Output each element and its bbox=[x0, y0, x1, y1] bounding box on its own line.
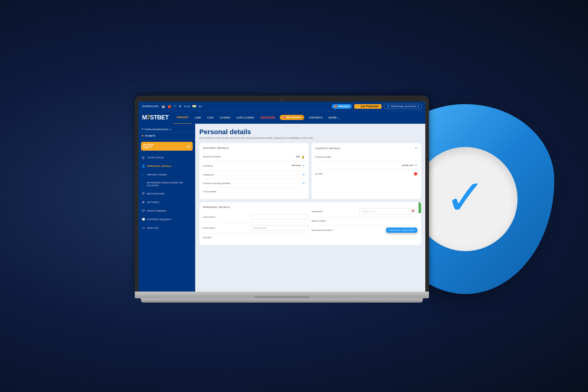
sidebar-item-settings[interactable]: ⚙ SETTINGS bbox=[138, 198, 195, 206]
nickname-label: Nickname bbox=[312, 210, 323, 213]
top-bar-right: 🎁 PROMOS 💰 0,00 ₹ DEPOSIT 👤 PERSONAL ACC… bbox=[332, 104, 421, 109]
last-name-input[interactable] bbox=[251, 214, 309, 220]
phone-label: Phone number bbox=[315, 156, 331, 158]
laptop-screen-outer: DOWNLOAD: 🤖 🍎 🛡 ⚙ 01:33 EN 🎁 PROMOS bbox=[135, 96, 429, 292]
settings-icon: ⚙ bbox=[179, 105, 181, 108]
personal-details-section: PERSONAL DETAILS Last name * bbox=[199, 202, 421, 245]
nav-esports[interactable]: ESPORTS bbox=[306, 111, 325, 124]
logo: M7STBET bbox=[142, 114, 169, 121]
star-icon: ★ bbox=[142, 134, 144, 137]
account-number-label: Account number bbox=[203, 155, 221, 158]
dob-row: Date of birth * bbox=[312, 217, 417, 225]
sidebar-item-withdraw[interactable]: ↑ WITHDRAW FUNDS FROM THE ACCOUNT bbox=[138, 179, 195, 189]
currency-edit-icon[interactable]: ✏ bbox=[302, 164, 305, 168]
first-name-required: * bbox=[215, 227, 216, 229]
laptop: DOWNLOAD: 🤖 🍎 🛡 ⚙ 01:33 EN 🎁 PROMOS bbox=[135, 96, 429, 303]
balance-box: BALANCE 0,00 ₹ ⇄ bbox=[141, 142, 193, 151]
shield-icon-small: 🛡 bbox=[174, 105, 176, 108]
error-icon: 🔴 bbox=[414, 172, 417, 175]
main-content: Personal details Use functions of this s… bbox=[195, 124, 425, 292]
sidebar-item-deposit[interactable]: ↓ DEPOSIT FUNDS bbox=[138, 170, 195, 179]
chat-popup[interactable]: Chat with us, we are online! bbox=[386, 228, 417, 233]
sidebar-item-invite[interactable]: 🛡 INVITE FRIENDS bbox=[138, 206, 195, 215]
sidebar-menu: ◎ YOUR STATUS 👤 PERSONAL DETAILS ↓ DEPOS… bbox=[138, 153, 195, 232]
nav-more[interactable]: MORE ... bbox=[325, 111, 343, 124]
laptop-bottom bbox=[141, 298, 423, 303]
contact-edit-icon[interactable]: ✏ bbox=[415, 147, 417, 150]
nickname-row: Nickname DD.MM.YYYY 📅 bbox=[312, 206, 417, 217]
password-edit-icon[interactable]: ✏ bbox=[302, 173, 305, 176]
sidebar-item-bets-history[interactable]: ⏱ BETS HISTORY bbox=[138, 189, 195, 198]
gmail-row: gmail.com ✏ bbox=[315, 161, 417, 170]
dob-label: Date of birth * bbox=[312, 220, 327, 222]
website: DOWNLOAD: 🤖 🍎 🛡 ⚙ 01:33 EN 🎁 PROMOS bbox=[138, 102, 425, 292]
nav-live-casino[interactable]: LIVE-CASINO bbox=[233, 111, 257, 124]
personal-right: Nickname DD.MM.YYYY 📅 Date of birth bbox=[312, 206, 417, 241]
status-icon: ◎ bbox=[142, 156, 145, 159]
deposit-icon: ↓ bbox=[142, 173, 145, 176]
page-title: Personal details bbox=[199, 128, 421, 136]
page-subtitle: Use functions of this section and fill i… bbox=[199, 137, 421, 139]
lock-icon: 🔒 bbox=[301, 155, 305, 158]
password-row: Password ✏ bbox=[203, 171, 305, 179]
account-details-section: ACCOUNT DETAILS Account number INR 🔒 bbox=[199, 143, 309, 199]
currency-value: ••••• ✏ bbox=[292, 164, 305, 168]
nickname-placeholder: DD.MM.YYYY bbox=[362, 210, 375, 213]
flag-icon bbox=[192, 105, 196, 107]
gmail-value: gmail.com ✏ bbox=[402, 164, 417, 167]
history-icon: ⏱ bbox=[142, 192, 145, 195]
invite-icon: 🛡 bbox=[142, 209, 145, 213]
signout-icon: ↩ bbox=[142, 226, 145, 230]
user-icon-top: 👤 bbox=[387, 105, 390, 108]
nav-aviator[interactable]: Aviator bbox=[257, 111, 278, 124]
email-label: E-mail bbox=[315, 172, 322, 175]
to-bets-button[interactable]: ★ TO BETS bbox=[138, 133, 195, 139]
security-question-label: Choose security question bbox=[203, 182, 231, 185]
checkmark-icon: ✓ bbox=[445, 173, 486, 222]
top-bar-left: DOWNLOAD: 🤖 🍎 🛡 ⚙ 01:33 EN bbox=[142, 105, 202, 108]
promos-button[interactable]: 🎁 PROMOS bbox=[332, 104, 352, 109]
sidebar-item-signout[interactable]: ↩ SIGN OUT bbox=[138, 224, 195, 232]
last-name-required: * bbox=[215, 216, 216, 218]
account-number-value: INR 🔒 bbox=[296, 155, 305, 158]
withdraw-icon: ↑ bbox=[142, 182, 145, 186]
buy-bonus-button[interactable]: 🎯 BUY BONUS bbox=[280, 115, 304, 120]
shield-circle: ✓ bbox=[413, 147, 518, 251]
deposit-button[interactable]: 💰 0,00 ₹ DEPOSIT bbox=[354, 104, 381, 109]
nav-cricket[interactable]: CRICKET bbox=[173, 111, 192, 124]
security-edit-icon[interactable]: ✏ bbox=[302, 182, 305, 185]
sidebar-item-support[interactable]: 💬 SUPPORT REQUEST bbox=[138, 215, 195, 224]
doc-required: * bbox=[333, 229, 334, 232]
gender-required: * bbox=[212, 236, 213, 239]
sidebar-item-personal-details[interactable]: 👤 PERSONAL DETAILS bbox=[138, 162, 195, 170]
download-label: DOWNLOAD: bbox=[142, 105, 159, 108]
nav-live[interactable]: LIVE bbox=[204, 111, 216, 124]
personal-icon: 👤 bbox=[142, 164, 145, 168]
first-name-select[interactable]: not selected bbox=[251, 225, 309, 231]
nickname-input-wrapper: DD.MM.YYYY 📅 bbox=[359, 208, 417, 214]
user-email: ✉ PODRUGADAR@GMAIL.C... bbox=[138, 126, 195, 133]
sidebar-item-your-status[interactable]: ◎ YOUR STATUS bbox=[138, 153, 195, 162]
android-icon: 🤖 bbox=[161, 105, 165, 108]
password-value: ✏ bbox=[302, 173, 305, 176]
account-number-row: Account number INR 🔒 bbox=[203, 153, 305, 161]
form-sections-top: ACCOUNT DETAILS Account number INR 🔒 bbox=[199, 143, 421, 199]
exchange-icon: ⇄ bbox=[187, 144, 190, 149]
settings-icon-side: ⚙ bbox=[142, 200, 145, 204]
chevron-down-icon: ▾ bbox=[418, 105, 419, 108]
nav-line[interactable]: LINE bbox=[192, 111, 204, 124]
phone-row: Phone number bbox=[315, 153, 417, 161]
security-question-value: ✏ bbox=[302, 182, 305, 185]
personal-account-button[interactable]: 👤 PERSONAL ACCOUNT ▾ bbox=[384, 104, 422, 109]
sidebar: ✉ PODRUGADAR@GMAIL.C... ★ TO BETS BALANC… bbox=[138, 124, 195, 292]
account-details-title: ACCOUNT DETAILS bbox=[203, 147, 305, 149]
personal-left: PERSONAL DETAILS Last name * bbox=[203, 206, 309, 241]
nav-casino[interactable]: CASINO bbox=[216, 111, 233, 124]
email-value: 🔴 bbox=[414, 172, 417, 175]
security-question-row: Choose security question ✏ bbox=[203, 179, 305, 188]
contact-details-title: CONTACT DETAILS bbox=[315, 147, 340, 150]
lang-selector[interactable]: EN bbox=[199, 105, 202, 108]
gmail-edit-icon[interactable]: ✏ bbox=[415, 164, 417, 167]
currency-label: Currency bbox=[203, 164, 213, 167]
contact-details-section: CONTACT DETAILS ✏ Phone number bbox=[312, 143, 421, 199]
